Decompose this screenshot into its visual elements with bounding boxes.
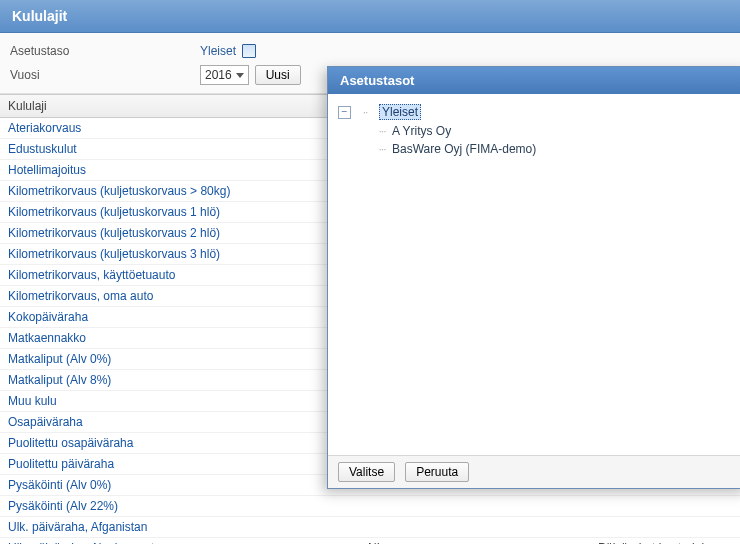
level-label: Asetustaso — [10, 44, 200, 58]
dialog-footer: Valitse Peruuta — [328, 455, 740, 488]
cancel-button[interactable]: Peruuta — [405, 462, 469, 482]
row-name: Kilometrikorvaus (kuljetuskorvaus > 80kg… — [8, 184, 368, 198]
tree-root[interactable]: − ·· Yleiset — [338, 102, 738, 122]
row-name: Ulk. päiväraha, Afganistan — [8, 520, 368, 534]
row-name: Kilometrikorvaus (kuljetuskorvaus 3 hlö) — [8, 247, 368, 261]
row-name: Matkaennakko — [8, 331, 368, 345]
row-name: Puolitettu osapäiväraha — [8, 436, 368, 450]
tree-connector-icon: ·· — [355, 105, 375, 119]
row-name: Pysäköinti (Alv 0%) — [8, 478, 368, 492]
tree-child[interactable]: ···A Yritys Oy — [372, 122, 738, 140]
dialog-body: − ·· Yleiset ···A Yritys Oy···BasWare Oy… — [328, 94, 740, 455]
level-value[interactable]: Yleiset — [200, 44, 236, 58]
dialog-title: Asetustasot — [328, 67, 740, 94]
row-name: Osapäiväraha — [8, 415, 368, 429]
hierarchy-icon[interactable] — [242, 44, 256, 58]
tree-root-label[interactable]: Yleiset — [379, 104, 421, 120]
collapse-icon[interactable]: − — [338, 106, 351, 119]
new-button[interactable]: Uusi — [255, 65, 301, 85]
row-name: Matkaliput (Alv 8%) — [8, 373, 368, 387]
row-name: Pysäköinti (Alv 22%) — [8, 499, 368, 513]
row-name: Muu kulu — [8, 394, 368, 408]
row-name: Kilometrikorvaus (kuljetuskorvaus 1 hlö) — [8, 205, 368, 219]
table-row[interactable]: Ulk. päiväraha, AlankomaatNLPäivärahat j… — [0, 538, 740, 544]
tree-child-label: BasWare Oyj (FIMA-demo) — [392, 142, 536, 156]
chevron-down-icon — [236, 73, 244, 78]
row-name: Kilometrikorvaus, käyttöetuauto — [8, 268, 368, 282]
row-name: Kokopäiväraha — [8, 310, 368, 324]
tree-connector-icon: ··· — [372, 142, 392, 156]
table-row[interactable]: Ulk. päiväraha, Afganistan — [0, 517, 740, 538]
level-dialog: Asetustasot − ·· Yleiset ···A Yritys Oy·… — [327, 66, 740, 489]
row-name: Kilometrikorvaus (kuljetuskorvaus 2 hlö) — [8, 226, 368, 240]
row-name: Edustuskulut — [8, 142, 368, 156]
row-name: Matkaliput (Alv 0%) — [8, 352, 368, 366]
tree-child-label: A Yritys Oy — [392, 124, 451, 138]
year-select[interactable]: 2016 — [200, 65, 249, 85]
tree-child[interactable]: ···BasWare Oyj (FIMA-demo) — [372, 140, 738, 158]
tree-connector-icon: ··· — [372, 124, 392, 138]
row-name: Ateriakorvaus — [8, 121, 368, 135]
page-title: Kululajit — [0, 0, 740, 33]
row-name: Hotellimajoitus — [8, 163, 368, 177]
year-label: Vuosi — [10, 68, 200, 82]
row-name: Puolitettu päiväraha — [8, 457, 368, 471]
year-value: 2016 — [205, 68, 232, 82]
select-button[interactable]: Valitse — [338, 462, 395, 482]
table-row[interactable]: Pysäköinti (Alv 22%) — [0, 496, 740, 517]
row-name: Kilometrikorvaus, oma auto — [8, 289, 368, 303]
